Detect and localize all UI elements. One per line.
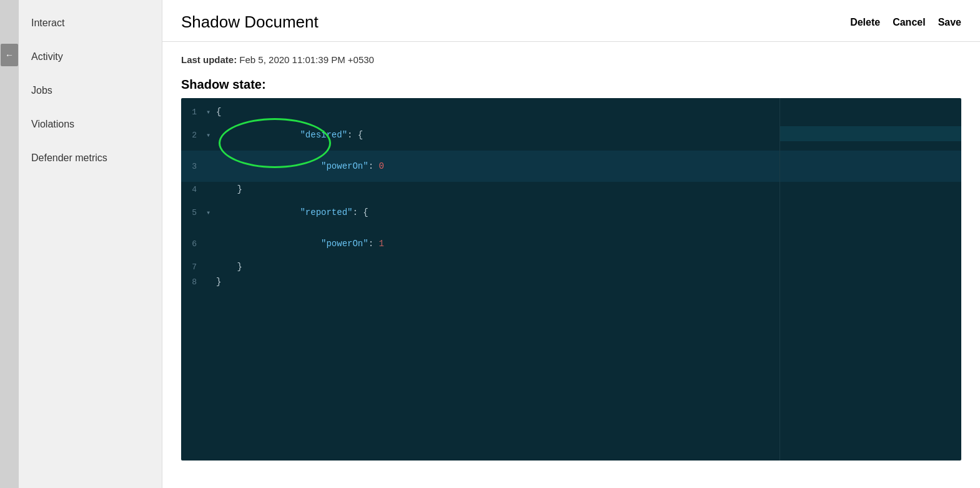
line-content-3: "powerOn": 0 <box>216 151 961 181</box>
back-button[interactable]: ← <box>1 44 18 66</box>
line-arrow-1: ▾ <box>206 107 216 117</box>
line-content-6: "powerOn": 1 <box>216 229 961 259</box>
main-content: Shadow Document Delete Cancel Save Last … <box>162 0 980 488</box>
code-line-5: 5 ▾ "reported": { <box>181 197 961 228</box>
code-line-6: 6 "powerOn": 1 <box>181 228 961 259</box>
line-num-3: 3 <box>181 162 206 171</box>
sidebar: Interact Activity Jobs Violations Defend… <box>19 0 162 488</box>
header: Shadow Document Delete Cancel Save <box>162 0 980 42</box>
header-actions: Delete Cancel Save <box>850 17 961 28</box>
gutter-highlight <box>780 126 961 141</box>
line-arrow-2: ▾ <box>206 131 216 140</box>
content-area: Last update: Feb 5, 2020 11:01:39 PM +05… <box>162 42 980 488</box>
line-content-7: } <box>216 262 961 272</box>
line-content-5: "reported": { <box>216 197 961 227</box>
sidebar-item-violations[interactable]: Violations <box>19 107 162 141</box>
line-num-5: 5 <box>181 208 206 217</box>
sidebar-item-defender-metrics[interactable]: Defender metrics <box>19 141 162 175</box>
last-update-label: Last update: <box>181 54 237 65</box>
line-num-4: 4 <box>181 185 206 194</box>
sidebar-item-jobs[interactable]: Jobs <box>19 74 162 107</box>
code-line-1: 1 ▾ { <box>181 104 961 119</box>
line-num-8: 8 <box>181 277 206 287</box>
sidebar-item-interact[interactable]: Interact <box>19 6 162 40</box>
line-content-8: } <box>216 277 961 287</box>
code-divider <box>780 98 780 461</box>
sidebar-item-activity[interactable]: Activity <box>19 40 162 74</box>
line-num-2: 2 <box>181 131 206 140</box>
line-num-1: 1 <box>181 107 206 117</box>
code-line-3: 3 "powerOn": 0 <box>181 151 961 182</box>
code-line-7: 7 } <box>181 259 961 274</box>
code-line-4: 4 } <box>181 182 961 197</box>
shadow-state-title: Shadow state: <box>181 77 961 92</box>
code-editor[interactable]: 1 ▾ { 2 ▾ "desired": { 3 <box>181 98 961 461</box>
save-button[interactable]: Save <box>938 17 961 28</box>
code-line-8: 8 } <box>181 274 961 289</box>
cancel-button[interactable]: Cancel <box>893 17 925 28</box>
line-content-4: } <box>216 184 961 194</box>
line-num-7: 7 <box>181 262 206 272</box>
page-title: Shadow Document <box>181 12 319 32</box>
delete-button[interactable]: Delete <box>850 17 880 28</box>
last-update-value: Feb 5, 2020 11:01:39 PM +0530 <box>239 54 374 65</box>
line-content-1: { <box>216 107 961 117</box>
back-panel: ← <box>0 0 19 488</box>
line-num-6: 6 <box>181 239 206 249</box>
last-update: Last update: Feb 5, 2020 11:01:39 PM +05… <box>181 54 961 65</box>
line-arrow-5: ▾ <box>206 208 216 217</box>
